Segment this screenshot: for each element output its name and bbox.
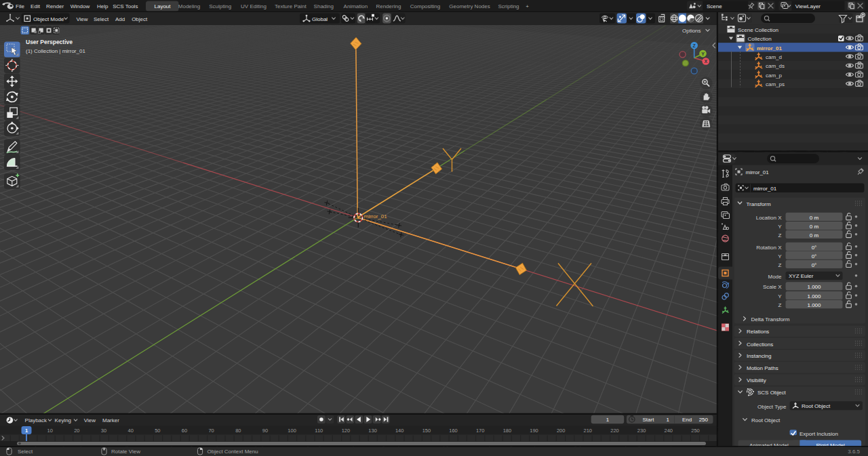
svg-text:220: 220 — [610, 428, 619, 434]
svg-text:Transform: Transform — [747, 201, 771, 207]
svg-text:View: View — [76, 16, 87, 22]
svg-text:Collections: Collections — [747, 341, 773, 348]
svg-text:1.000: 1.000 — [807, 293, 821, 299]
svg-text:10: 10 — [47, 428, 53, 434]
svg-text:250: 250 — [699, 417, 709, 423]
svg-text:Root Object: Root Object — [802, 403, 831, 409]
svg-text:Add: Add — [115, 16, 125, 22]
svg-text:End: End — [682, 417, 692, 423]
svg-text:Scale X: Scale X — [763, 284, 782, 290]
svg-text:+: + — [526, 3, 529, 9]
svg-text:X: X — [704, 59, 707, 64]
svg-text:0 m: 0 m — [810, 232, 819, 239]
svg-text:200: 200 — [557, 428, 566, 434]
svg-text:Scripting: Scripting — [498, 3, 519, 9]
svg-text:0°: 0° — [812, 245, 817, 251]
svg-text:170: 170 — [476, 428, 485, 434]
svg-text:240: 240 — [665, 428, 673, 434]
svg-text:Y: Y — [778, 253, 782, 260]
svg-text:SCS Tools: SCS Tools — [113, 3, 138, 9]
svg-text:70: 70 — [208, 428, 214, 434]
svg-text:40: 40 — [128, 428, 134, 434]
svg-text:Render: Render — [46, 3, 64, 9]
svg-text:1: 1 — [606, 417, 610, 423]
svg-text:mirror_01: mirror_01 — [757, 45, 782, 51]
svg-text:Texture Paint: Texture Paint — [275, 3, 307, 9]
svg-text:150: 150 — [422, 428, 431, 434]
svg-text:Collection: Collection — [748, 36, 772, 42]
svg-text:Object Mode: Object Mode — [33, 16, 64, 22]
svg-text:1.000: 1.000 — [807, 284, 821, 290]
svg-text:Rendering: Rendering — [376, 3, 401, 9]
svg-text:mirror_01: mirror_01 — [364, 213, 388, 220]
svg-text:Playback: Playback — [25, 417, 47, 423]
svg-text:130: 130 — [368, 428, 377, 434]
svg-text:250: 250 — [691, 428, 700, 434]
svg-text:Modeling: Modeling — [178, 3, 200, 9]
svg-text:140: 140 — [395, 428, 404, 434]
svg-text:Z: Z — [693, 43, 696, 48]
svg-text:30: 30 — [101, 428, 106, 434]
svg-text:UV Editing: UV Editing — [241, 3, 267, 9]
svg-text:Compositing: Compositing — [410, 3, 440, 9]
svg-text:Export Inclusion: Export Inclusion — [800, 431, 838, 437]
svg-text:Delta Transform: Delta Transform — [751, 316, 790, 323]
svg-text:Rotation X: Rotation X — [756, 245, 782, 251]
svg-text:Geometry Nodes: Geometry Nodes — [449, 3, 490, 9]
svg-text:Relations: Relations — [747, 329, 769, 335]
svg-text:User Perspective: User Perspective — [26, 39, 73, 45]
svg-text:190: 190 — [530, 428, 538, 434]
svg-text:Root Object: Root Object — [751, 417, 781, 423]
svg-text:0°: 0° — [812, 262, 817, 268]
svg-text:(1) Collection | mirror_01: (1) Collection | mirror_01 — [26, 48, 85, 54]
svg-text:Start: Start — [643, 417, 655, 423]
svg-text:Global: Global — [312, 16, 328, 22]
svg-text:0°: 0° — [812, 253, 817, 260]
svg-text:ViewLayer: ViewLayer — [795, 3, 821, 9]
svg-text:SCS Object: SCS Object — [757, 390, 787, 396]
svg-text:Y: Y — [701, 51, 705, 56]
svg-text:Scene Collection: Scene Collection — [738, 27, 778, 33]
svg-text:Window: Window — [71, 3, 90, 9]
svg-text:cam_ds: cam_ds — [766, 63, 785, 69]
svg-text:Visibility: Visibility — [747, 377, 766, 384]
svg-text:Y: Y — [778, 293, 782, 299]
svg-text:1: 1 — [667, 417, 670, 423]
svg-text:File: File — [16, 3, 24, 9]
svg-text:Z: Z — [778, 262, 782, 268]
svg-text:Object Type: Object Type — [757, 404, 787, 410]
svg-text:Shading: Shading — [314, 3, 334, 9]
svg-text:cam_d: cam_d — [766, 54, 782, 60]
svg-text:100: 100 — [288, 428, 296, 434]
svg-text:Marker: Marker — [102, 417, 119, 423]
svg-text:3.6.5: 3.6.5 — [848, 449, 860, 455]
svg-text:120: 120 — [342, 428, 351, 434]
svg-text:80: 80 — [235, 428, 241, 434]
svg-text:Y: Y — [778, 224, 782, 230]
svg-text:90: 90 — [262, 428, 268, 434]
svg-text:Rotate View: Rotate View — [111, 449, 140, 455]
svg-text:Sculpting: Sculpting — [209, 3, 231, 9]
svg-text:0 m: 0 m — [810, 224, 819, 230]
svg-text:160: 160 — [449, 428, 458, 434]
svg-text:180: 180 — [503, 428, 512, 434]
svg-text:Animation: Animation — [344, 3, 368, 9]
svg-text:Object: Object — [132, 16, 148, 22]
svg-text:cam_ps: cam_ps — [766, 81, 785, 87]
svg-text:60: 60 — [182, 428, 187, 434]
svg-text:Layout: Layout — [154, 3, 171, 9]
svg-text:Keying: Keying — [55, 417, 71, 423]
svg-text:1: 1 — [25, 428, 28, 434]
svg-text:mirror_01: mirror_01 — [746, 169, 770, 175]
svg-text:Scene: Scene — [707, 3, 722, 9]
svg-text:Select: Select — [18, 449, 33, 455]
svg-text:Select: Select — [94, 16, 109, 22]
svg-text:Object Context Menu: Object Context Menu — [208, 449, 258, 455]
svg-text:20: 20 — [74, 428, 79, 434]
svg-text:110: 110 — [315, 428, 323, 434]
svg-text:Z: Z — [778, 302, 782, 308]
svg-text:Help: Help — [97, 3, 108, 9]
svg-text:Z: Z — [778, 232, 782, 239]
svg-text:Instancing: Instancing — [747, 353, 771, 359]
svg-text:230: 230 — [637, 428, 646, 434]
